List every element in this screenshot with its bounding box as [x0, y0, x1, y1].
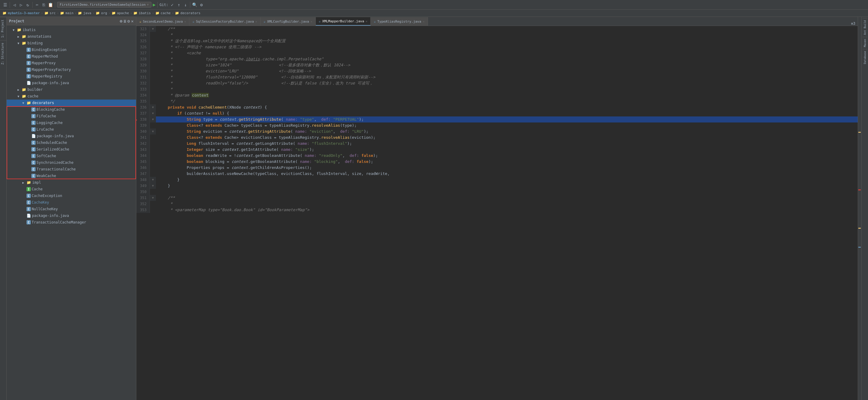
tree-item-MapperProxyFactory[interactable]: C MapperProxyFactory — [7, 66, 136, 73]
git-push-icon[interactable]: ↑ — [176, 2, 182, 7]
search-everywhere-icon[interactable]: 🔍 — [192, 2, 197, 7]
tree-item-SoftCache[interactable]: C SoftCache — [7, 153, 136, 159]
settings-icon[interactable]: ⚙ — [199, 2, 204, 7]
toolbar-icon-refresh[interactable]: ↻ — [25, 2, 30, 7]
tree-item-builder[interactable]: ▶ 📁 builder — [7, 86, 136, 93]
tab-SecondLevelDemo[interactable]: ☕ SecondLevelDemo.java ✕ — [136, 17, 189, 26]
toolbar-icon-copy[interactable]: ⎘ — [41, 2, 46, 7]
run-button[interactable]: ▶ — [153, 2, 156, 7]
close-panel-icon[interactable]: ✕ — [131, 19, 134, 24]
sidebar-item-database[interactable]: Database — [863, 49, 867, 66]
breadcrumb-ibatis[interactable]: ibatis — [139, 11, 151, 15]
tree-item-MapperRegistry[interactable]: C MapperRegistry — [7, 73, 136, 80]
line-number: 327 — [136, 50, 150, 56]
toolbar-icon-forward[interactable]: ▷ — [19, 2, 24, 7]
collapse-icon[interactable]: ≡ — [124, 19, 126, 24]
tree-item-BlockingCache[interactable]: C BlockingCache — [7, 106, 136, 113]
tree-item-TransactionalCache[interactable]: C TransactionalCache — [7, 166, 136, 173]
settings-panel-icon[interactable]: ⚙ — [127, 19, 130, 24]
tree-item-BindingException[interactable]: C BindingException — [7, 47, 136, 53]
toolbar-icon-back[interactable]: ◁ — [12, 2, 17, 7]
tab-SqlSessionFactoryBuilder[interactable]: ☕ SqlSessionFactoryBuilder.java ✕ — [189, 17, 260, 26]
tree-item-impl[interactable]: ▶ 📁 impl — [7, 179, 136, 186]
sidebar-item-ant[interactable]: Ant Build — [863, 18, 867, 37]
tab-XMLMapperBuilder[interactable]: ☕ XMLMapperBuilder.java ✕ — [316, 17, 371, 26]
tab-label-SqlSessionFactoryBuilder: SqlSessionFactoryBuilder.java — [196, 20, 254, 24]
tree-item-Cache[interactable]: I Cache — [7, 186, 136, 192]
sidebar-item-structure[interactable]: Z: Structure — [0, 40, 6, 67]
tree-item-LoggingCache[interactable]: C LoggingCache — [7, 119, 136, 126]
toolbar-icon-menu[interactable]: ☰ — [2, 2, 8, 7]
run-configuration[interactable]: FirstLevelDemo.firstLevelDemoSameSqlSess… — [57, 2, 151, 7]
code-line-335: 335 */ — [136, 98, 858, 104]
tree-item-MapperProxy[interactable]: C MapperProxy — [7, 60, 136, 66]
class-icon: C — [31, 121, 36, 125]
code-line-327: 327 * <cache — [136, 50, 858, 56]
arrow: ▶ — [22, 181, 27, 184]
tab-close-SecondLevelDemo[interactable]: ✕ — [184, 20, 186, 23]
tree-item-package-dec[interactable]: 📄 package-info.java — [7, 133, 136, 140]
line-code: Long flushInterval = context.getLongAttr… — [156, 141, 858, 147]
tree-item-cache[interactable]: ▼ 📁 cache — [7, 93, 136, 99]
breadcrumb-main[interactable]: main — [65, 11, 73, 15]
tree-item-FifoCache[interactable]: C FifoCache — [7, 113, 136, 119]
margin-mark-info — [858, 247, 861, 248]
folder-icon-decorators: 📁 — [27, 101, 31, 105]
label: TransactionalCache — [36, 167, 76, 171]
gutter: ▼ — [150, 117, 156, 122]
class-icon: C — [27, 74, 31, 79]
tree-item-decorators[interactable]: ▼ 📁 decorators — [7, 99, 136, 106]
sep: › — [130, 11, 132, 15]
file-tree: ▼ 📁 ibatis ▶ 📁 annotations ▼ 📁 — [7, 25, 136, 400]
tree-item-MapperMethod[interactable]: C MapperMethod — [7, 53, 136, 60]
toolbar-icon-cut[interactable]: ✂ — [34, 2, 40, 7]
line-number: 348 — [136, 177, 150, 183]
interface-icon: I — [27, 187, 31, 191]
tree-item-package-binding[interactable]: 📄 package-info.java — [7, 80, 136, 86]
tab-XMLConfigBuilder[interactable]: ☕ XMLConfigBuilder.java ✕ — [260, 17, 316, 26]
tree-item-SynchronizedCache[interactable]: C SynchronizedCache — [7, 159, 136, 166]
sidebar-item-maven[interactable]: Maven — [863, 37, 867, 49]
locate-file-icon[interactable]: ⊙ — [120, 19, 122, 24]
label: NullCacheKey — [32, 207, 58, 211]
gutter: ▼ — [150, 111, 156, 117]
tree-item-ibatis[interactable]: ▼ 📁 ibatis — [7, 27, 136, 33]
line-number: 331 — [136, 74, 150, 80]
breadcrumb-cache[interactable]: cache — [161, 11, 171, 15]
tab-close-XMLMapperBuilder[interactable]: ✕ — [366, 20, 367, 23]
tree-item-CacheException[interactable]: C CacheException — [7, 192, 136, 199]
tree-item-ScheduledCache[interactable]: C ScheduledCache — [7, 140, 136, 146]
git-commit-icon[interactable]: ✓ — [169, 2, 175, 7]
tab-actions[interactable]: ≡3 — [849, 22, 858, 26]
label: WeakCache — [36, 174, 56, 178]
tree-item-annotations[interactable]: ▶ 📁 annotations — [7, 33, 136, 40]
tree-item-TransactionalCacheManager[interactable]: C TransactionalCacheManager — [7, 219, 136, 226]
tree-item-binding[interactable]: ▼ 📁 binding — [7, 40, 136, 47]
tree-item-WeakCache[interactable]: C WeakCache — [7, 173, 136, 179]
tree-item-package-cache[interactable]: 📄 package-info.java — [7, 212, 136, 219]
sidebar-item-project[interactable]: 1: Project — [0, 17, 6, 40]
breadcrumb-decorators[interactable]: decorators — [180, 11, 200, 15]
tab-close-SqlSessionFactoryBuilder[interactable]: ✕ — [255, 20, 257, 23]
code-editor[interactable]: 323 ▼ /** 324 * 325 * 这个是在Blog.x — [136, 26, 858, 400]
breadcrumb-java[interactable]: java — [83, 11, 91, 15]
breadcrumb-src[interactable]: src — [50, 11, 56, 15]
toolbar-icon-paste[interactable]: 📋 — [48, 2, 53, 7]
tree-item-LruCache[interactable]: C LruCache — [7, 126, 136, 133]
line-code: * 这个是在Blog.xml文件中的对这个Namespace的一个全局配置 — [156, 38, 858, 44]
breadcrumb-org[interactable]: org — [101, 11, 107, 15]
tree-item-CacheKey[interactable]: C CacheKey — [7, 199, 136, 206]
line-number: 345 — [136, 159, 150, 165]
label-decorators: decorators — [32, 101, 54, 105]
tab-TypeAliasRegistry[interactable]: ☕ TypeAliasRegistry.java ✕ — [371, 17, 428, 26]
breadcrumb-root-icon: 📁 — [2, 11, 7, 15]
breadcrumb-cache-icon: 📁 — [155, 11, 159, 15]
tab-close-XMLConfigBuilder[interactable]: ✕ — [311, 20, 312, 23]
tree-item-NullCacheKey[interactable]: C NullCacheKey — [7, 206, 136, 212]
tab-close-TypeAliasRegistry[interactable]: ✕ — [423, 20, 425, 23]
label-cache: cache — [27, 94, 38, 98]
tree-item-SerializedCache[interactable]: C SerializedCache — [7, 146, 136, 153]
breadcrumb-apache[interactable]: apache — [117, 11, 129, 15]
breadcrumb-root[interactable]: mybatis-3-master — [8, 11, 40, 15]
git-pull-icon[interactable]: ↓ — [183, 2, 188, 7]
